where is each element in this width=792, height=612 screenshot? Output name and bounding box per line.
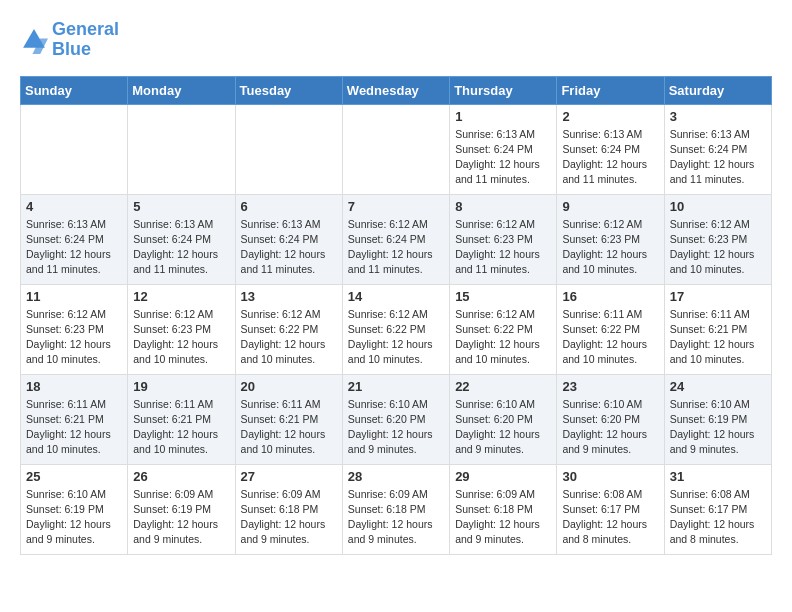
day-info: Sunrise: 6:11 AM Sunset: 6:21 PM Dayligh… bbox=[133, 397, 229, 458]
header-tuesday: Tuesday bbox=[235, 76, 342, 104]
calendar-cell: 8Sunrise: 6:12 AM Sunset: 6:23 PM Daylig… bbox=[450, 194, 557, 284]
day-number: 22 bbox=[455, 379, 551, 394]
week-row-5: 25Sunrise: 6:10 AM Sunset: 6:19 PM Dayli… bbox=[21, 464, 772, 554]
logo-icon bbox=[20, 26, 48, 54]
week-row-2: 4Sunrise: 6:13 AM Sunset: 6:24 PM Daylig… bbox=[21, 194, 772, 284]
day-info: Sunrise: 6:12 AM Sunset: 6:22 PM Dayligh… bbox=[348, 307, 444, 368]
calendar-cell: 18Sunrise: 6:11 AM Sunset: 6:21 PM Dayli… bbox=[21, 374, 128, 464]
calendar-cell bbox=[235, 104, 342, 194]
day-number: 14 bbox=[348, 289, 444, 304]
calendar-cell: 1Sunrise: 6:13 AM Sunset: 6:24 PM Daylig… bbox=[450, 104, 557, 194]
day-number: 2 bbox=[562, 109, 658, 124]
day-info: Sunrise: 6:12 AM Sunset: 6:23 PM Dayligh… bbox=[26, 307, 122, 368]
day-info: Sunrise: 6:10 AM Sunset: 6:20 PM Dayligh… bbox=[455, 397, 551, 458]
calendar-cell: 24Sunrise: 6:10 AM Sunset: 6:19 PM Dayli… bbox=[664, 374, 771, 464]
day-number: 4 bbox=[26, 199, 122, 214]
day-number: 8 bbox=[455, 199, 551, 214]
calendar-cell: 20Sunrise: 6:11 AM Sunset: 6:21 PM Dayli… bbox=[235, 374, 342, 464]
calendar-cell: 6Sunrise: 6:13 AM Sunset: 6:24 PM Daylig… bbox=[235, 194, 342, 284]
day-number: 9 bbox=[562, 199, 658, 214]
week-row-4: 18Sunrise: 6:11 AM Sunset: 6:21 PM Dayli… bbox=[21, 374, 772, 464]
calendar-cell: 31Sunrise: 6:08 AM Sunset: 6:17 PM Dayli… bbox=[664, 464, 771, 554]
day-number: 26 bbox=[133, 469, 229, 484]
calendar-cell: 22Sunrise: 6:10 AM Sunset: 6:20 PM Dayli… bbox=[450, 374, 557, 464]
calendar-cell: 9Sunrise: 6:12 AM Sunset: 6:23 PM Daylig… bbox=[557, 194, 664, 284]
day-number: 16 bbox=[562, 289, 658, 304]
day-number: 28 bbox=[348, 469, 444, 484]
day-number: 1 bbox=[455, 109, 551, 124]
day-number: 27 bbox=[241, 469, 337, 484]
calendar-cell: 12Sunrise: 6:12 AM Sunset: 6:23 PM Dayli… bbox=[128, 284, 235, 374]
day-info: Sunrise: 6:09 AM Sunset: 6:18 PM Dayligh… bbox=[348, 487, 444, 548]
day-number: 24 bbox=[670, 379, 766, 394]
day-number: 19 bbox=[133, 379, 229, 394]
calendar-cell: 17Sunrise: 6:11 AM Sunset: 6:21 PM Dayli… bbox=[664, 284, 771, 374]
calendar-cell: 26Sunrise: 6:09 AM Sunset: 6:19 PM Dayli… bbox=[128, 464, 235, 554]
calendar-cell: 27Sunrise: 6:09 AM Sunset: 6:18 PM Dayli… bbox=[235, 464, 342, 554]
day-info: Sunrise: 6:09 AM Sunset: 6:18 PM Dayligh… bbox=[455, 487, 551, 548]
calendar-cell: 5Sunrise: 6:13 AM Sunset: 6:24 PM Daylig… bbox=[128, 194, 235, 284]
calendar-cell: 11Sunrise: 6:12 AM Sunset: 6:23 PM Dayli… bbox=[21, 284, 128, 374]
day-info: Sunrise: 6:13 AM Sunset: 6:24 PM Dayligh… bbox=[133, 217, 229, 278]
calendar-cell: 2Sunrise: 6:13 AM Sunset: 6:24 PM Daylig… bbox=[557, 104, 664, 194]
day-info: Sunrise: 6:08 AM Sunset: 6:17 PM Dayligh… bbox=[670, 487, 766, 548]
page-header: General Blue bbox=[20, 20, 772, 60]
calendar-cell: 19Sunrise: 6:11 AM Sunset: 6:21 PM Dayli… bbox=[128, 374, 235, 464]
calendar-cell: 3Sunrise: 6:13 AM Sunset: 6:24 PM Daylig… bbox=[664, 104, 771, 194]
day-number: 18 bbox=[26, 379, 122, 394]
day-info: Sunrise: 6:11 AM Sunset: 6:21 PM Dayligh… bbox=[670, 307, 766, 368]
day-number: 23 bbox=[562, 379, 658, 394]
day-number: 10 bbox=[670, 199, 766, 214]
day-info: Sunrise: 6:10 AM Sunset: 6:19 PM Dayligh… bbox=[26, 487, 122, 548]
day-info: Sunrise: 6:11 AM Sunset: 6:21 PM Dayligh… bbox=[26, 397, 122, 458]
day-number: 7 bbox=[348, 199, 444, 214]
day-info: Sunrise: 6:11 AM Sunset: 6:22 PM Dayligh… bbox=[562, 307, 658, 368]
header-thursday: Thursday bbox=[450, 76, 557, 104]
calendar-cell: 4Sunrise: 6:13 AM Sunset: 6:24 PM Daylig… bbox=[21, 194, 128, 284]
day-info: Sunrise: 6:12 AM Sunset: 6:24 PM Dayligh… bbox=[348, 217, 444, 278]
calendar-cell bbox=[128, 104, 235, 194]
day-number: 31 bbox=[670, 469, 766, 484]
calendar-cell: 23Sunrise: 6:10 AM Sunset: 6:20 PM Dayli… bbox=[557, 374, 664, 464]
calendar-cell: 29Sunrise: 6:09 AM Sunset: 6:18 PM Dayli… bbox=[450, 464, 557, 554]
calendar-cell: 21Sunrise: 6:10 AM Sunset: 6:20 PM Dayli… bbox=[342, 374, 449, 464]
calendar-header-row: SundayMondayTuesdayWednesdayThursdayFrid… bbox=[21, 76, 772, 104]
day-info: Sunrise: 6:12 AM Sunset: 6:23 PM Dayligh… bbox=[562, 217, 658, 278]
day-number: 20 bbox=[241, 379, 337, 394]
day-info: Sunrise: 6:09 AM Sunset: 6:19 PM Dayligh… bbox=[133, 487, 229, 548]
day-number: 30 bbox=[562, 469, 658, 484]
calendar-cell: 7Sunrise: 6:12 AM Sunset: 6:24 PM Daylig… bbox=[342, 194, 449, 284]
day-info: Sunrise: 6:13 AM Sunset: 6:24 PM Dayligh… bbox=[562, 127, 658, 188]
calendar-cell: 30Sunrise: 6:08 AM Sunset: 6:17 PM Dayli… bbox=[557, 464, 664, 554]
day-number: 21 bbox=[348, 379, 444, 394]
day-info: Sunrise: 6:10 AM Sunset: 6:20 PM Dayligh… bbox=[562, 397, 658, 458]
day-info: Sunrise: 6:13 AM Sunset: 6:24 PM Dayligh… bbox=[455, 127, 551, 188]
week-row-3: 11Sunrise: 6:12 AM Sunset: 6:23 PM Dayli… bbox=[21, 284, 772, 374]
day-info: Sunrise: 6:09 AM Sunset: 6:18 PM Dayligh… bbox=[241, 487, 337, 548]
header-monday: Monday bbox=[128, 76, 235, 104]
day-number: 13 bbox=[241, 289, 337, 304]
logo-text: General Blue bbox=[52, 20, 119, 60]
header-saturday: Saturday bbox=[664, 76, 771, 104]
day-info: Sunrise: 6:13 AM Sunset: 6:24 PM Dayligh… bbox=[670, 127, 766, 188]
header-wednesday: Wednesday bbox=[342, 76, 449, 104]
day-info: Sunrise: 6:10 AM Sunset: 6:19 PM Dayligh… bbox=[670, 397, 766, 458]
day-number: 25 bbox=[26, 469, 122, 484]
week-row-1: 1Sunrise: 6:13 AM Sunset: 6:24 PM Daylig… bbox=[21, 104, 772, 194]
day-number: 17 bbox=[670, 289, 766, 304]
calendar-cell: 15Sunrise: 6:12 AM Sunset: 6:22 PM Dayli… bbox=[450, 284, 557, 374]
calendar-cell bbox=[342, 104, 449, 194]
calendar-cell: 25Sunrise: 6:10 AM Sunset: 6:19 PM Dayli… bbox=[21, 464, 128, 554]
day-number: 15 bbox=[455, 289, 551, 304]
calendar-cell: 28Sunrise: 6:09 AM Sunset: 6:18 PM Dayli… bbox=[342, 464, 449, 554]
day-number: 6 bbox=[241, 199, 337, 214]
day-info: Sunrise: 6:12 AM Sunset: 6:22 PM Dayligh… bbox=[455, 307, 551, 368]
day-info: Sunrise: 6:10 AM Sunset: 6:20 PM Dayligh… bbox=[348, 397, 444, 458]
calendar-table: SundayMondayTuesdayWednesdayThursdayFrid… bbox=[20, 76, 772, 555]
calendar-cell: 10Sunrise: 6:12 AM Sunset: 6:23 PM Dayli… bbox=[664, 194, 771, 284]
day-info: Sunrise: 6:11 AM Sunset: 6:21 PM Dayligh… bbox=[241, 397, 337, 458]
day-info: Sunrise: 6:12 AM Sunset: 6:22 PM Dayligh… bbox=[241, 307, 337, 368]
day-info: Sunrise: 6:13 AM Sunset: 6:24 PM Dayligh… bbox=[26, 217, 122, 278]
day-info: Sunrise: 6:12 AM Sunset: 6:23 PM Dayligh… bbox=[455, 217, 551, 278]
day-info: Sunrise: 6:12 AM Sunset: 6:23 PM Dayligh… bbox=[670, 217, 766, 278]
